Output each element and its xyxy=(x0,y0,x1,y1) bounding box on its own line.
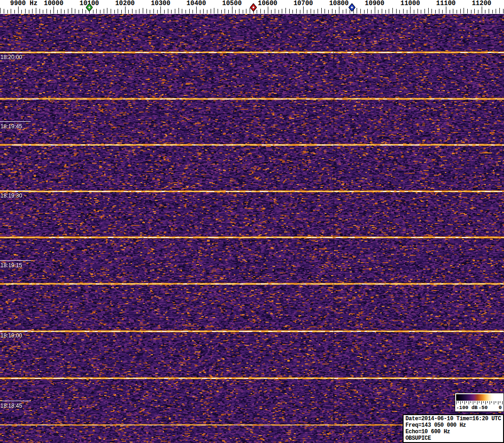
frequency-tick xyxy=(392,8,393,13)
frequency-tick xyxy=(367,9,368,13)
frequency-tick xyxy=(96,9,97,13)
frequency-tick xyxy=(75,9,75,13)
frequency-tick xyxy=(460,9,461,13)
frequency-tick xyxy=(192,10,193,13)
frequency-tick xyxy=(132,9,133,13)
frequency-tick xyxy=(321,8,322,13)
frequency-tick xyxy=(407,10,407,13)
frequency-tick xyxy=(72,8,72,13)
frequency-tick xyxy=(318,9,318,13)
frequency-tick xyxy=(82,9,83,13)
frequency-tick xyxy=(32,9,33,13)
time-label: 18:18:45 xyxy=(0,403,22,409)
frequency-tick xyxy=(453,9,453,13)
red-marker-diamond-icon[interactable] xyxy=(250,3,257,12)
frequency-tick xyxy=(332,9,332,13)
frequency-tick xyxy=(225,9,225,13)
frequency-tick xyxy=(431,9,432,13)
frequency-tick xyxy=(325,9,325,13)
frequency-tick xyxy=(232,7,232,13)
frequency-tick xyxy=(314,10,314,13)
frequency-label: 11200 xyxy=(472,0,491,7)
info-date-time: Date=2014-06-10 Time=16:20 UTC xyxy=(405,416,503,422)
frequency-tick xyxy=(7,10,8,13)
colorbar-gradient xyxy=(456,394,503,401)
green-marker-diamond-icon[interactable] xyxy=(86,3,93,12)
frequency-tick xyxy=(307,10,307,13)
frequency-tick xyxy=(164,10,165,13)
frequency-tick xyxy=(410,7,411,13)
frequency-label: 10600 xyxy=(258,0,277,7)
frequency-tick xyxy=(489,9,489,13)
frequency-tick xyxy=(282,9,282,13)
frequency-tick xyxy=(271,10,272,13)
blue-marker-diamond-icon[interactable] xyxy=(349,3,356,12)
frequency-label: 10500 xyxy=(222,0,242,7)
frequency-tick xyxy=(179,8,179,13)
frequency-tick xyxy=(357,8,357,13)
frequency-tick xyxy=(100,10,100,13)
frequency-tick xyxy=(289,9,290,13)
frequency-tick xyxy=(139,9,139,13)
frequency-tick xyxy=(396,9,397,13)
frequency-tick xyxy=(279,10,279,13)
time-tick xyxy=(0,331,31,331)
frequency-tick xyxy=(467,9,468,13)
frequency-tick xyxy=(157,10,158,13)
time-tick xyxy=(0,121,31,122)
frequency-label: 11000 xyxy=(400,0,420,7)
spectrogram-canvas[interactable] xyxy=(0,14,504,443)
frequency-tick xyxy=(482,7,482,13)
info-echo: Echo=10 600 Hz xyxy=(405,429,503,435)
frequency-tick xyxy=(375,7,375,13)
frequency-tick xyxy=(196,7,197,13)
frequency-tick xyxy=(335,10,336,13)
frequency-tick xyxy=(264,10,265,13)
frequency-tick xyxy=(61,9,61,13)
frequency-tick xyxy=(46,9,47,13)
frequency-tick xyxy=(211,9,211,13)
frequency-tick xyxy=(285,8,286,13)
frequency-tick xyxy=(175,9,175,13)
time-tick xyxy=(0,191,31,191)
frequency-tick xyxy=(111,9,111,13)
frequency-tick xyxy=(360,9,361,13)
frequency-tick xyxy=(125,7,126,13)
frequency-tick xyxy=(364,10,365,13)
frequency-tick xyxy=(228,10,229,13)
waterfall-screen: 9900 Hz100001010010200103001040010500106… xyxy=(0,0,504,443)
frequency-tick xyxy=(239,9,239,13)
frequency-tick xyxy=(68,9,68,13)
frequency-tick xyxy=(200,10,200,13)
time-label: 18:19:30 xyxy=(0,192,22,199)
frequency-tick xyxy=(64,10,65,13)
time-label: 18:19:00 xyxy=(0,332,22,339)
frequency-tick xyxy=(399,10,400,13)
frequency-tick xyxy=(21,10,22,13)
frequency-tick xyxy=(11,9,11,13)
frequency-tick xyxy=(18,7,19,13)
frequency-tick xyxy=(207,10,207,13)
frequency-tick xyxy=(182,9,182,13)
frequency-tick xyxy=(160,7,161,13)
frequency-label: 10400 xyxy=(186,0,206,7)
legend-label-mid: -50 xyxy=(478,405,488,411)
frequency-tick xyxy=(292,10,293,13)
frequency-tick xyxy=(36,8,36,13)
frequency-tick xyxy=(339,7,339,13)
frequency-tick xyxy=(346,9,346,13)
time-label: 18:19:15 xyxy=(0,262,22,269)
frequency-tick xyxy=(503,9,504,13)
frequency-tick xyxy=(439,9,439,13)
frequency-tick xyxy=(403,9,404,13)
frequency-tick xyxy=(300,10,300,13)
frequency-tick xyxy=(235,10,236,13)
time-label: 18:19:45 xyxy=(0,123,22,130)
frequency-tick xyxy=(104,9,104,13)
frequency-label: 10800 xyxy=(329,0,349,7)
frequency-tick xyxy=(128,10,129,13)
frequency-tick xyxy=(203,9,204,13)
frequency-ruler[interactable]: 9900 Hz100001010010200103001040010500106… xyxy=(0,0,504,14)
frequency-tick xyxy=(93,10,93,13)
frequency-tick xyxy=(121,10,122,13)
